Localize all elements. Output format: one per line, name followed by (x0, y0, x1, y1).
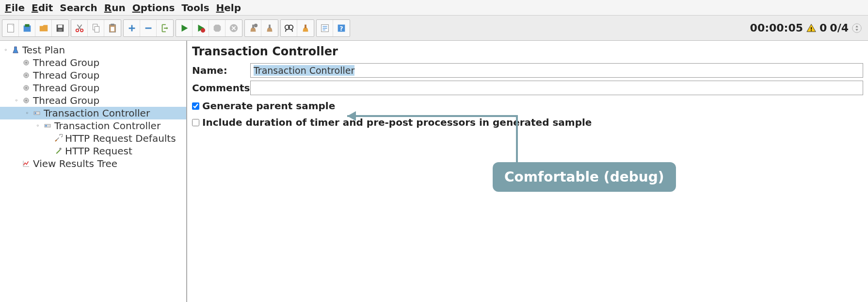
menubar: File Edit Search Run Options Tools Help (0, 0, 868, 16)
clear-all-button[interactable] (261, 20, 278, 36)
gear-icon (21, 83, 31, 93)
menu-tools[interactable]: Tools (178, 1, 212, 15)
svg-rect-16 (252, 24, 254, 28)
svg-point-32 (26, 87, 27, 89)
add-button[interactable] (124, 20, 140, 36)
function-helper-button[interactable] (317, 20, 333, 36)
beaker-icon (11, 45, 20, 55)
annotation-text: Comfortable (debug) (504, 169, 664, 185)
toolbar: ? 00:00:05 ! 0 0/4 (0, 16, 868, 41)
stop-button[interactable] (209, 20, 225, 36)
svg-rect-9 (95, 26, 99, 32)
svg-rect-2 (25, 24, 29, 27)
tree-thread-group-2[interactable]: Thread Group (0, 69, 186, 82)
tree-label: View Results Tree (33, 158, 117, 169)
menu-help[interactable]: Help (213, 1, 244, 15)
main-area: ◦ Test Plan Thread Group Thread Group Th… (0, 41, 868, 302)
include-duration-checkbox[interactable] (192, 119, 199, 126)
svg-point-30 (26, 75, 27, 76)
panel-title: Transaction Controller (192, 45, 863, 58)
clear-button[interactable] (245, 20, 261, 36)
svg-rect-12 (111, 27, 114, 31)
svg-text:?: ? (339, 24, 343, 32)
comments-label: Comments: (192, 82, 250, 94)
svg-point-17 (254, 23, 257, 27)
tree-transaction-controller-1[interactable]: ◦ Transaction Controller (0, 107, 186, 119)
tree-test-plan[interactable]: ◦ Test Plan (0, 44, 186, 56)
tree-http-request[interactable]: HTTP Request (0, 145, 186, 157)
reset-search-button[interactable] (297, 20, 314, 36)
collapse-icon[interactable] (852, 23, 862, 34)
gear-icon (21, 96, 31, 105)
start-no-timers-button[interactable] (193, 20, 209, 36)
menu-edit[interactable]: Edit (29, 1, 56, 15)
tree-toggle-icon[interactable]: ◦ (14, 97, 19, 104)
tree-label: Transaction Controller (44, 107, 150, 119)
elapsed-time: 00:00:05 (750, 22, 803, 34)
controller-icon (43, 121, 52, 131)
menu-options[interactable]: Options (129, 1, 178, 15)
svg-point-13 (201, 28, 205, 33)
new-button[interactable] (2, 20, 19, 36)
tree-label: HTTP Request Defaults (65, 133, 176, 144)
warning-count: 0 (820, 22, 827, 34)
svg-rect-36 (35, 113, 36, 114)
remove-button[interactable] (140, 20, 157, 36)
tree-label: Thread Group (33, 69, 99, 81)
search-button[interactable] (281, 20, 297, 36)
pipette-icon (53, 146, 63, 156)
annotation-callout: Comfortable (debug) (493, 162, 676, 192)
tree-thread-group-4[interactable]: ◦ Thread Group (0, 94, 186, 107)
menu-file[interactable]: File (2, 1, 28, 15)
svg-point-26 (852, 23, 861, 32)
tree-http-request-defaults[interactable]: HTTP Request Defaults (0, 132, 186, 145)
svg-rect-11 (111, 23, 114, 25)
chart-icon (21, 159, 31, 168)
tree-transaction-controller-2[interactable]: ◦ Transaction Controller (0, 119, 186, 132)
svg-rect-18 (269, 24, 271, 28)
content-panel: Transaction Controller Name: Transaction… (187, 41, 868, 302)
generate-parent-checkbox[interactable] (192, 102, 199, 110)
toolbar-status: 00:00:05 ! 0 0/4 (750, 22, 866, 34)
copy-button[interactable] (88, 20, 104, 36)
start-button[interactable] (176, 20, 193, 36)
tree-toggle-icon[interactable]: ◦ (24, 110, 30, 117)
controller-icon (32, 108, 42, 118)
include-duration-label: Include duration of timer and pre-post p… (202, 117, 592, 128)
svg-rect-4 (58, 25, 62, 28)
tree-toggle-icon[interactable]: ◦ (3, 47, 9, 53)
tree-panel[interactable]: ◦ Test Plan Thread Group Thread Group Th… (0, 41, 187, 302)
comments-input[interactable] (250, 81, 863, 95)
svg-rect-21 (305, 24, 306, 28)
svg-marker-14 (213, 24, 221, 32)
svg-point-39 (59, 148, 62, 150)
menu-search[interactable]: Search (57, 1, 100, 15)
tree-label: Transaction Controller (54, 120, 161, 132)
name-input[interactable]: Transaction Controller (250, 63, 863, 78)
cut-button[interactable] (71, 20, 88, 36)
thread-count: 0/4 (830, 22, 849, 34)
tree-thread-group-3[interactable]: Thread Group (0, 82, 186, 94)
tree-label: Thread Group (33, 57, 99, 68)
name-label: Name: (192, 65, 250, 76)
save-button[interactable] (52, 20, 68, 36)
tree-label: Thread Group (33, 95, 99, 106)
tree-view-results-tree[interactable]: View Results Tree (0, 157, 186, 170)
svg-rect-5 (58, 29, 62, 31)
svg-text:!: ! (810, 26, 813, 32)
tree-thread-group-1[interactable]: Thread Group (0, 56, 186, 69)
templates-button[interactable] (19, 20, 35, 36)
open-button[interactable] (35, 20, 52, 36)
paste-button[interactable] (104, 20, 121, 36)
tree-label: Thread Group (33, 82, 99, 94)
warning-icon: ! (806, 23, 817, 34)
shutdown-button[interactable] (225, 20, 242, 36)
tree-toggle-icon[interactable]: ◦ (35, 122, 41, 129)
svg-point-34 (26, 100, 27, 101)
help-button[interactable]: ? (333, 20, 350, 36)
expand-button[interactable] (157, 20, 173, 36)
generate-parent-label: Generate parent sample (202, 100, 335, 112)
gear-icon (21, 58, 31, 67)
menu-run[interactable]: Run (101, 1, 129, 15)
wrench-icon (53, 134, 63, 143)
